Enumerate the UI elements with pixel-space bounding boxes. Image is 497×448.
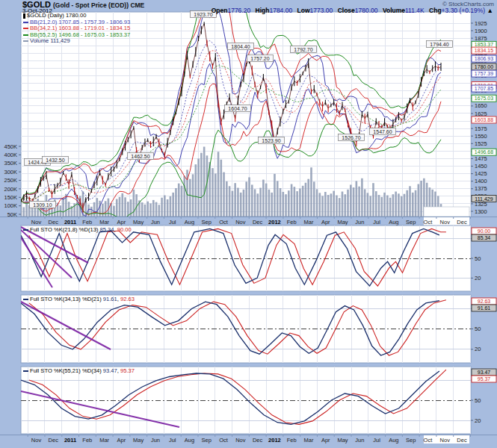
stochastic-axis: 20508090.0085.34 [471,228,496,281]
candlestick-icon [23,13,25,19]
stochastic-tick-label: 20 [475,417,481,424]
month-label: May [133,219,143,225]
price-tick-label: 1925 [475,20,487,27]
band-line-icon [23,22,28,23]
axis-value-box: 93.47 [478,370,491,375]
month-label: Mar [304,219,314,225]
price-tick-label: 1650 [475,102,487,109]
month-label: Oct [424,437,433,444]
stochastic-title-text: Full STO %K(34,13) %D(21) [30,296,103,302]
month-label: Jun [151,219,160,225]
stochastic-k-value: 93.47 [103,367,117,374]
month-label: Dec [49,219,59,225]
month-label: Aug [389,437,398,444]
legend-item: Volume 111,429 [23,38,130,45]
stochastic-3-title: Full STO %K(55,21) %D(34) 93.47, 95.37 [23,367,135,374]
quote-line: Open1776.20 High1784.00 Low1773.00 Close… [209,7,493,14]
close-value: 1780.00 [355,7,378,14]
stochastic-panel-1: 20508090.0085.34 [21,225,496,291]
annotation-label: 1794.40 [430,42,448,47]
annotation-label: 1462.50 [131,154,149,159]
month-label: Mar [99,219,109,225]
stochastic-1-title: Full STO %K(21,8) %D(13) 85.34, 90.00 [23,226,132,233]
month-label: Jun [151,437,160,444]
stockcharts-gold-page: 1923.701804.401757.201792.701794.401604.… [0,0,497,448]
volume-axis-left: 450K400K350K300K250K200K150K100K50K [4,143,21,218]
stochastic-panel-2: 20508092.6391.61 [21,295,496,363]
axis-value-box: 1603.88 [475,117,493,122]
price-tick-label: 1875 [475,35,487,42]
volume-tick-label: 200K [4,186,17,193]
month-label: Oct [219,437,229,444]
month-label: Nov [235,437,246,444]
price-tick-label: 1625 [475,111,487,117]
stochastic-tick-label: 20 [475,275,481,281]
high-label: High [256,7,270,14]
month-label: Feb [82,437,92,444]
month-label: Sep [406,437,416,444]
stochastic-d-value: 95.37 [120,367,135,374]
low-value: 1773.00 [310,7,333,14]
month-label: Sep [406,219,416,225]
month-label: Nov [31,437,42,444]
month-label: Nov [440,437,451,444]
month-label: Oct [424,219,433,225]
line-icon [23,370,28,372]
volume-tick-label: 150K [4,194,17,201]
price-tick-label: 1425 [475,170,487,177]
month-label: Apr [321,437,330,444]
price-tick-label: 1375 [475,185,487,192]
axis-value-box: 1806.93 [475,56,493,61]
month-label: Dec [457,437,467,444]
axis-value-box: 1834.15 [475,48,493,53]
month-label: Jul [373,219,380,225]
close-label: Close [338,7,355,14]
month-label: Apr [117,219,126,225]
volume-value: 111.4K [405,7,425,14]
month-label: Feb [82,219,92,225]
volume-tick-label: 100K [4,202,17,209]
annotation-label: 1604.70 [228,106,247,111]
month-label: Jul [169,437,176,444]
month-label: Apr [117,437,126,444]
annotation-label: 1432.50 [46,158,64,163]
price-tick-label: 1575 [475,125,487,132]
volume-tick-label: 300K [4,169,17,175]
annotation-label: 1309.10 [33,202,52,208]
main-chart-legend: $GOLD (Daily) 1780.00BB(21,2.0) 1707.85 … [23,13,130,45]
axis-value-box: 95.37 [478,376,491,382]
volume-tick-label: 250K [4,177,17,184]
low-label: Low [297,7,310,14]
symbol-description: (Gold - Spot Price (EOD)) CME [53,1,144,9]
axis-value-box: 91.61 [478,305,491,311]
month-label: 2012 [268,437,281,444]
annotation-label: 1757.20 [250,56,269,61]
volume-tick-label: 400K [4,152,17,158]
month-label: Aug [389,219,398,225]
stochastic-k-value: 91.61 [103,296,117,302]
stochastic-tick-label: 50 [475,397,481,404]
legend-label: Volume 111,429 [30,37,70,44]
month-axis: NovDec2011FebMarAprMayJunJulAugSepOctNov… [0,217,497,225]
annotation-label: 1547.60 [373,129,392,134]
stochastic-k-value: 85.34 [100,226,114,233]
axis-value-box: 1496.68 [475,149,493,155]
month-label: Dec [49,437,59,444]
stochastic-tick-label: 50 [475,326,481,332]
price-tick-label: 1525 [475,140,487,147]
annotation-label: 1804.40 [231,44,250,49]
month-label: Nov [31,219,42,225]
axis-value-box: 85.34 [478,235,491,240]
volume-label: Volume [383,7,405,14]
blank-annotation-box [424,207,469,217]
month-label: May [133,437,143,444]
month-label: May [337,437,348,444]
month-label: Feb [287,437,297,444]
stochastic-axis: 20508092.6391.61 [471,298,496,352]
month-axis: NovDec2011FebMarAprMayJunJulAugSepOctNov… [0,435,497,444]
month-label: Jun [355,437,364,444]
open-label: Open [212,7,228,14]
month-label: Jun [355,219,364,225]
stochastic-title-text: Full STO %K(21,8) %D(13) [30,226,100,233]
axis-value-box: 111,429 [475,196,493,202]
